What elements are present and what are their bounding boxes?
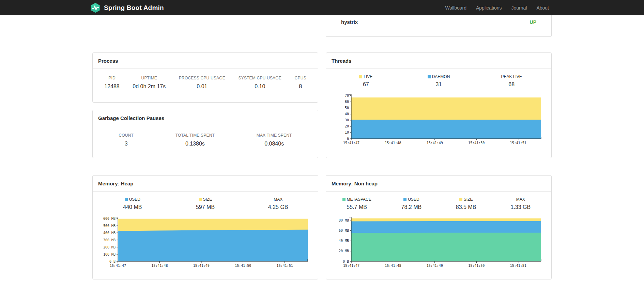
svg-text:0 B: 0 B — [343, 260, 349, 263]
svg-text:20: 20 — [345, 124, 349, 128]
panel-title: Memory: Non heap — [332, 181, 546, 186]
legend-value: 68 — [475, 81, 548, 88]
svg-text:15:41:48: 15:41:48 — [151, 264, 168, 268]
stat-system-cpu-usage: SYSTEM CPU USAGE 0.10 — [238, 76, 281, 90]
legend-text: PEAK LIVE — [501, 74, 522, 79]
legend-value: 78.2 MB — [384, 204, 439, 210]
svg-text:40: 40 — [345, 112, 349, 116]
stat-value: 0d 0h 2m 17s — [133, 83, 166, 90]
stat-value: 12488 — [104, 83, 120, 90]
svg-text:60 MB: 60 MB — [339, 229, 349, 232]
legend-value: 67 — [329, 81, 402, 88]
legend-label: USED — [96, 197, 169, 202]
legend-label: METASPACE — [329, 197, 384, 202]
panel-title: Threads — [332, 58, 546, 64]
legend-item-size: SIZE 597 MB — [169, 197, 242, 210]
svg-text:60: 60 — [345, 100, 349, 104]
gc-panel-heading: Garbage Collection Pauses — [93, 110, 318, 126]
used-swatch-icon — [403, 198, 407, 201]
legend-item-max: MAX 1.33 GB — [493, 197, 548, 210]
panel-title: Process — [98, 58, 312, 64]
size-swatch-icon — [459, 198, 462, 201]
nonheap-panel-heading: Memory: Non heap — [326, 176, 551, 192]
svg-text:10: 10 — [345, 131, 349, 134]
navbar-inner: Spring Boot Admin Wallboard Applications… — [90, 0, 554, 15]
nav-item-wallboard[interactable]: Wallboard — [440, 5, 471, 11]
gc-stats: COUNT 3 TOTAL TIME SPENT 0.1380s MAX TIM… — [98, 133, 313, 147]
svg-text:70: 70 — [345, 94, 349, 97]
top-row-right: hystrix UP — [326, 15, 552, 37]
top-row-left-spacer — [92, 15, 318, 37]
svg-text:15:41:51: 15:41:51 — [277, 264, 293, 268]
legend-label: USED — [384, 197, 439, 202]
legend-label: LIVE — [329, 74, 402, 79]
process-stats: PID 12488 UPTIME 0d 0h 2m 17s PROCESS CP… — [98, 76, 313, 90]
svg-text:15:41:49: 15:41:49 — [427, 264, 443, 268]
pulse-hexagon-icon — [90, 3, 101, 13]
threads-panel-heading: Threads — [326, 53, 551, 69]
nav-item-journal[interactable]: Journal — [506, 5, 532, 11]
svg-text:50: 50 — [345, 106, 349, 110]
svg-text:15:41:48: 15:41:48 — [385, 264, 401, 268]
content-container: hystrix UP Process PID — [92, 15, 552, 279]
left-column: Process PID 12488 UPTIME 0d 0h 2m 17s — [92, 52, 318, 279]
panel-title: Garbage Collection Pauses — [98, 115, 312, 121]
health-row-hystrix: hystrix UP — [331, 15, 547, 29]
stat-value: 0.10 — [238, 83, 281, 90]
stat-label: TOTAL TIME SPENT — [175, 133, 215, 138]
stat-value: 0.1380s — [175, 141, 215, 147]
svg-text:15:41:47: 15:41:47 — [343, 141, 359, 145]
stat-label: UPTIME — [133, 76, 166, 80]
navbar-brand[interactable]: Spring Boot Admin — [90, 3, 164, 13]
legend-text: METASPACE — [347, 197, 371, 202]
legend-value: 597 MB — [169, 204, 242, 210]
nav-item-applications[interactable]: Applications — [471, 5, 507, 11]
legend-text: DAEMON — [432, 74, 450, 79]
threads-legend: LIVE 67 DAEMON 31 — [326, 69, 551, 89]
heap-memory-panel: Memory: Heap USED 440 MB — [92, 175, 318, 279]
stat-uptime: UPTIME 0d 0h 2m 17s — [133, 76, 166, 90]
legend-item-used: USED 440 MB — [96, 197, 169, 210]
non-heap-memory-chart: 0 B20 MB40 MB60 MB80 MB15:41:4715:41:481… — [330, 214, 551, 273]
legend-item-peak-live: PEAK LIVE 68 — [475, 74, 548, 88]
svg-text:600 MB: 600 MB — [103, 217, 116, 221]
main-grid: Process PID 12488 UPTIME 0d 0h 2m 17s — [92, 52, 552, 279]
process-panel: Process PID 12488 UPTIME 0d 0h 2m 17s — [92, 52, 318, 103]
legend-item-size: SIZE 83.5 MB — [439, 197, 493, 210]
legend-value: 440 MB — [96, 204, 169, 210]
legend-value: 55.7 MB — [329, 204, 384, 210]
size-swatch-icon — [199, 198, 202, 201]
legend-label: MAX — [493, 197, 548, 202]
stat-cpus: CPUS 8 — [295, 76, 306, 90]
stat-pid: PID 12488 — [104, 76, 120, 90]
health-key: hystrix — [341, 19, 358, 25]
stat-gc-count: COUNT 3 — [119, 133, 134, 147]
nav-item-about[interactable]: About — [532, 5, 554, 11]
legend-label: SIZE — [439, 197, 493, 202]
svg-text:15:41:47: 15:41:47 — [343, 264, 359, 268]
legend-item-metaspace: METASPACE 55.7 MB — [329, 197, 384, 210]
health-panel: hystrix UP — [326, 15, 552, 37]
svg-text:15:41:47: 15:41:47 — [110, 264, 126, 268]
svg-text:200 MB: 200 MB — [103, 245, 116, 249]
heap-legend: USED 440 MB SIZE 597 MB — [93, 192, 318, 212]
legend-text: MAX — [516, 197, 525, 202]
process-panel-body: PID 12488 UPTIME 0d 0h 2m 17s PROCESS CP… — [93, 69, 318, 98]
legend-text: SIZE — [203, 197, 212, 202]
spring-boot-admin-logo-icon — [90, 3, 101, 13]
stat-label: PID — [104, 76, 120, 80]
svg-text:300 MB: 300 MB — [103, 238, 116, 242]
gc-panel-body: COUNT 3 TOTAL TIME SPENT 0.1380s MAX TIM… — [93, 126, 318, 155]
legend-value: 4.25 GB — [242, 204, 315, 210]
non-heap-memory-chart-svg: 0 B20 MB40 MB60 MB80 MB15:41:4715:41:481… — [330, 214, 544, 272]
legend-item-daemon: DAEMON 31 — [402, 74, 475, 88]
non-heap-memory-panel: Memory: Non heap METASPACE 55.7 MB — [326, 175, 552, 279]
legend-label: SIZE — [169, 197, 242, 202]
svg-text:100 MB: 100 MB — [103, 253, 116, 256]
right-column: Threads LIVE 67 — [326, 52, 552, 279]
legend-value: 31 — [402, 81, 475, 88]
top-navbar: Spring Boot Admin Wallboard Applications… — [0, 0, 644, 15]
stat-value: 0.01 — [179, 83, 225, 90]
svg-text:0 B: 0 B — [109, 260, 116, 263]
panel-title: Memory: Heap — [98, 181, 312, 186]
